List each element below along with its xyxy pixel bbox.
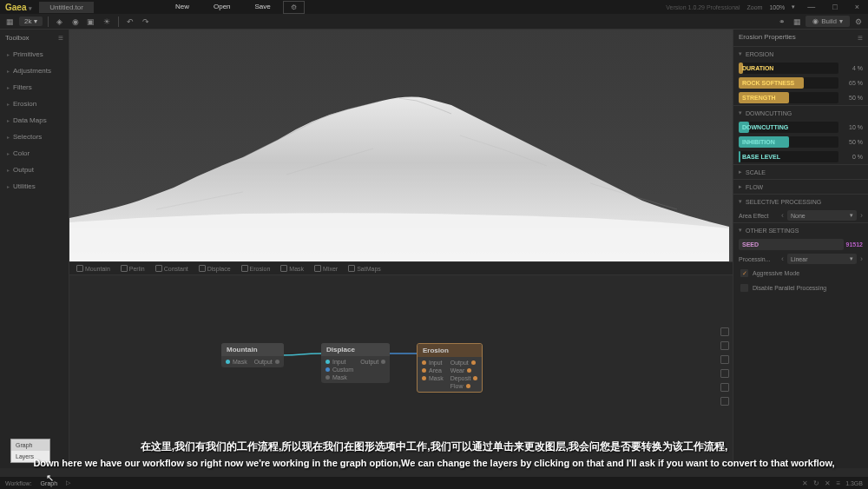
- status-play-icon[interactable]: ▷: [66, 479, 70, 486]
- graph-tool-6[interactable]: [720, 397, 729, 406]
- gear-icon[interactable]: ⚙: [283, 1, 305, 14]
- app-logo[interactable]: Gaea ▾: [0, 3, 37, 12]
- zoom-chevron-icon[interactable]: ▾: [792, 3, 795, 10]
- aggressive-label: Aggressive Mode: [753, 270, 799, 276]
- nodetool-erosion[interactable]: Erosion: [241, 265, 271, 272]
- resolution-select[interactable]: 2k ▾: [19, 17, 43, 26]
- nodetool-displace[interactable]: Displace: [199, 265, 231, 272]
- status-bar: Workflow: Graph ▷ ✕ ↻ ✕ ≡ 1.3GB: [0, 477, 868, 489]
- slider-rock-softness[interactable]: ROCK SOFTNESS: [739, 77, 838, 89]
- menu-new[interactable]: New: [163, 1, 201, 14]
- disable-parallel-checkbox[interactable]: [740, 284, 748, 292]
- sidebar-item-filters[interactable]: ▸Filters: [0, 79, 69, 96]
- status-mem: 1.3GB: [845, 480, 863, 486]
- node-title: Displace: [321, 343, 390, 356]
- close-button[interactable]: ×: [850, 3, 865, 11]
- viewport-3d[interactable]: [69, 30, 733, 261]
- sidebar-item-erosion[interactable]: ▸Erosion: [0, 96, 69, 112]
- nodetool-mask[interactable]: Mask: [280, 265, 304, 272]
- workflow-layers[interactable]: Layers: [11, 451, 49, 462]
- nodetool-mountain[interactable]: Mountain: [76, 265, 110, 272]
- section-scale[interactable]: ▸SCALE: [733, 164, 868, 179]
- node-toolbar: Mountain Perlin Constant Displace Erosio…: [69, 261, 733, 275]
- seed-input[interactable]: SEED: [739, 239, 844, 250]
- area-effect-select[interactable]: None▾: [787, 210, 857, 221]
- zoom-label: Zoom: [746, 4, 762, 10]
- graph-tool-4[interactable]: [720, 369, 729, 378]
- sidebar: Toolbox ≡ ▸Primitives ▸Adjustments ▸Filt…: [0, 30, 69, 468]
- tool-camera-icon[interactable]: ▣: [85, 16, 97, 28]
- sidebar-item-datamaps[interactable]: ▸Data Maps: [0, 112, 69, 129]
- nodetool-satmaps[interactable]: SatMaps: [348, 265, 381, 272]
- sidebar-item-selectors[interactable]: ▸Selectors: [0, 129, 69, 145]
- layers-icon[interactable]: ▦: [3, 16, 16, 28]
- node-mountain[interactable]: Mountain Mask Output: [221, 343, 284, 367]
- section-selective[interactable]: ▾SELECTIVE PROCESSING: [733, 194, 868, 208]
- version-label: Version 1.0.29 Professional: [666, 4, 740, 10]
- maximize-button[interactable]: □: [827, 3, 842, 11]
- graph-tool-5[interactable]: [720, 383, 729, 392]
- link-icon[interactable]: ⚭: [776, 16, 788, 28]
- title-bar: Gaea ▾ Untitled.tor New Open Save ⚙ Vers…: [0, 0, 868, 14]
- node-erosion[interactable]: Erosion Input Area Mask Output Wear Depo…: [417, 343, 483, 393]
- seed-value: 91512: [846, 241, 863, 248]
- grid-icon[interactable]: ▦: [791, 16, 803, 28]
- undo-icon[interactable]: ↶: [124, 16, 136, 28]
- nodetool-mixer[interactable]: Mixer: [314, 265, 338, 272]
- menu-save[interactable]: Save: [243, 1, 283, 14]
- props-menu-icon[interactable]: ≡: [858, 33, 863, 43]
- toolbox-header: Toolbox ≡: [0, 30, 69, 46]
- menu-bar: New Open Save ⚙: [163, 1, 305, 14]
- slider-downcutting[interactable]: DOWNCUTTING: [739, 122, 838, 133]
- status-icon-4[interactable]: ≡: [836, 479, 840, 487]
- redo-icon[interactable]: ↷: [140, 16, 152, 28]
- build-button[interactable]: ◉ Build ▾: [806, 16, 850, 27]
- sidebar-item-primitives[interactable]: ▸Primitives: [0, 46, 69, 63]
- workflow-popup: Graph Layers: [10, 439, 50, 463]
- settings-icon[interactable]: ⚙: [852, 16, 865, 28]
- graph-tool-1[interactable]: [720, 327, 729, 336]
- menu-open[interactable]: Open: [201, 1, 243, 14]
- tool-sun-icon[interactable]: ☀: [101, 16, 113, 28]
- status-icon-1[interactable]: ✕: [802, 479, 808, 487]
- section-other[interactable]: ▾OTHER SETTINGS: [733, 222, 868, 237]
- graph-tool-3[interactable]: [720, 355, 729, 364]
- slider-base-level[interactable]: BASE LEVEL: [739, 151, 838, 162]
- node-displace[interactable]: Displace Input Custom Mask Output: [321, 343, 390, 383]
- aggressive-checkbox[interactable]: [740, 269, 748, 277]
- node-title: Mountain: [221, 343, 284, 356]
- slider-strength[interactable]: STRENGTH: [739, 92, 838, 103]
- status-workflow-value[interactable]: Graph: [41, 480, 57, 486]
- processing-select[interactable]: Linear▾: [787, 254, 857, 264]
- minimize-button[interactable]: —: [802, 3, 820, 11]
- props-header: Erosion Properties ≡: [733, 30, 868, 46]
- toolbox-menu-icon[interactable]: ≡: [58, 33, 63, 43]
- sidebar-item-adjustments[interactable]: ▸Adjustments: [0, 63, 69, 79]
- status-workflow-label: Workflow:: [5, 480, 32, 486]
- file-tab[interactable]: Untitled.tor: [39, 2, 94, 13]
- slider-inhibition[interactable]: INHIBITION: [739, 136, 838, 148]
- section-downcutting[interactable]: ▾DOWNCUTTING: [733, 105, 868, 120]
- tool-globe-icon[interactable]: ◉: [69, 16, 82, 28]
- sidebar-item-utilities[interactable]: ▸Utilities: [0, 178, 69, 195]
- sidebar-item-color[interactable]: ▸Color: [0, 145, 69, 162]
- section-flow[interactable]: ▸FLOW: [733, 179, 868, 194]
- zoom-value[interactable]: 100%: [769, 4, 785, 10]
- disable-parallel-label: Disable Parallel Processing: [753, 285, 826, 291]
- sidebar-item-output[interactable]: ▸Output: [0, 162, 69, 178]
- properties-panel: Erosion Properties ≡ ▾EROSION DURATION4 …: [733, 30, 868, 468]
- area-effect-label: Area Effect: [739, 213, 778, 219]
- node-title: Erosion: [418, 344, 482, 357]
- nodetool-perlin[interactable]: Perlin: [121, 265, 145, 272]
- graph-tool-2[interactable]: [720, 341, 729, 350]
- workflow-graph[interactable]: Graph: [11, 439, 49, 451]
- nodetool-constant[interactable]: Constant: [155, 265, 188, 272]
- node-graph[interactable]: Mountain Mask Output Displace Input Cust…: [69, 275, 733, 468]
- main-toolbar: ▦ 2k ▾ ◈ ◉ ▣ ☀ ↶ ↷ ⚭ ▦ ◉ Build ▾ ⚙: [0, 14, 868, 30]
- slider-duration[interactable]: DURATION: [739, 63, 838, 74]
- processing-label: Processin...: [739, 256, 778, 262]
- status-icon-2[interactable]: ↻: [813, 479, 819, 487]
- section-erosion[interactable]: ▾EROSION: [733, 46, 868, 61]
- status-icon-3[interactable]: ✕: [825, 479, 831, 487]
- tool-shape-icon[interactable]: ◈: [54, 16, 66, 28]
